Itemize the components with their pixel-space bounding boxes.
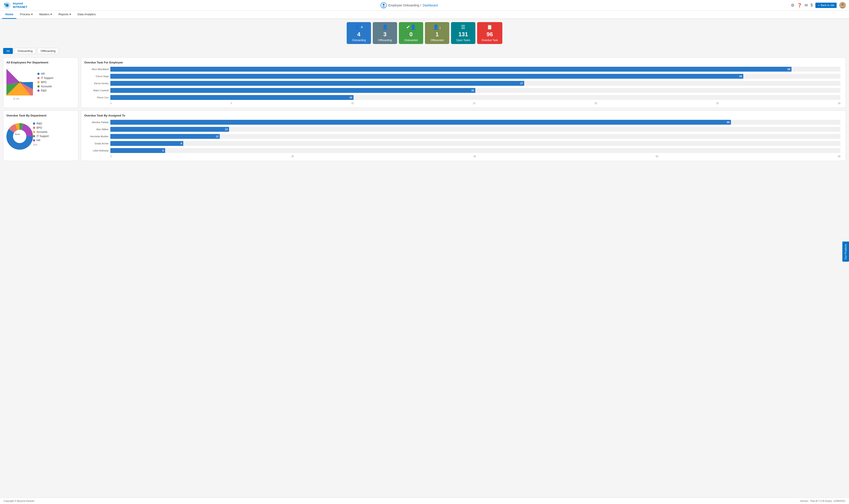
overdue-employee-chart-title: Overdue Task For Employee bbox=[84, 61, 843, 64]
onboarding-label: Onboarding bbox=[352, 39, 366, 42]
bar-row-alice: Alice Woodland 28 bbox=[87, 67, 841, 72]
bar-row-pierre: Pierre Cox 10 bbox=[87, 95, 841, 100]
dept-overdue-legend: R&D BPO Accounts IT Support bbox=[33, 122, 49, 142]
footer-copyright: Copyright © Beyond Intranet bbox=[3, 500, 34, 502]
footer-version: Version : Trial (8.7.4.9) Expiry: 13/08/… bbox=[800, 500, 846, 502]
dept-overdue-chart-card: Overdue Task By Department bbox=[3, 110, 78, 161]
pie-label-1: 25% bbox=[17, 81, 22, 84]
nav-analytics[interactable]: Data Analytics bbox=[74, 11, 99, 19]
logo-area: beyond INTRANET bbox=[3, 1, 28, 9]
onboarding-count: 4 bbox=[357, 31, 360, 38]
open-tasks-stat-icon: ☰ bbox=[461, 24, 465, 30]
legend-bpo: BPO bbox=[37, 81, 53, 84]
donut-pct-label: 59.4% bbox=[15, 133, 20, 135]
svg-point-18 bbox=[13, 130, 26, 143]
overdue-employee-bar-chart: Alice Woodland 28 Cierra Vega 26 Kierra … bbox=[84, 67, 843, 105]
footer: Copyright © Beyond Intranet Version : Tr… bbox=[0, 498, 849, 504]
open-tasks-count: 131 bbox=[458, 31, 468, 38]
side-products-wrapper: Our Products bbox=[842, 241, 849, 263]
main-content: All Employees Per Department bbox=[0, 56, 849, 498]
dept-overdue-pie-wrap: 59.4% R&D BPO Accou bbox=[6, 120, 75, 148]
legend-overdue-itsupport: IT Support bbox=[33, 134, 49, 138]
help-icon[interactable]: ❓ bbox=[797, 3, 802, 8]
top-header: beyond INTRANET Employee Onboarding / Da… bbox=[0, 0, 849, 11]
nav-masters[interactable]: Masters ▾ bbox=[36, 11, 55, 19]
avatar[interactable] bbox=[839, 2, 846, 8]
bar-row-henrietta: Henrietta Mueller 12 bbox=[87, 134, 841, 139]
dept-chart-title: All Employees Per Department bbox=[6, 61, 75, 64]
dept-pie-wrap: 25% HR IT Support BPO bbox=[6, 67, 75, 98]
dollar-icon[interactable]: $ bbox=[811, 3, 813, 7]
nav-bar: Home Process ▾ Masters ▾ Reports ▾ Data … bbox=[0, 11, 849, 19]
dept-legend: HR IT Support BPO Accounts bbox=[37, 72, 53, 92]
stat-onboarded[interactable]: ✔👤 0 Onboarded bbox=[399, 22, 423, 44]
bar-row-cierra: Cierra Vega 26 bbox=[87, 74, 841, 79]
dept-chart-card: All Employees Per Department bbox=[3, 57, 78, 108]
filter-onboarding[interactable]: Onboarding bbox=[14, 48, 36, 54]
legend-overdue-hr: HR bbox=[33, 139, 49, 142]
legend-overdue-accounts: Accounts bbox=[33, 130, 49, 133]
dept-overdue-pie-chart: 59.4% bbox=[6, 123, 29, 145]
onboarded-count: 0 bbox=[410, 31, 413, 38]
bar-row-grady: Grady Archie 8 bbox=[87, 141, 841, 146]
mail-icon[interactable]: ✉ bbox=[805, 3, 808, 8]
onboarded-label: Onboarded bbox=[404, 39, 418, 42]
nav-home[interactable]: Home bbox=[2, 11, 16, 19]
bar-row-jitendra: Jitendra Patidar 68 bbox=[87, 120, 841, 125]
legend-rd: R&D bbox=[37, 89, 53, 92]
overdue-task-stat-icon: 📋 bbox=[487, 24, 493, 30]
offboarded-stat-icon: 👤↓ bbox=[433, 24, 441, 30]
charts-row-2: Overdue Task By Department bbox=[3, 110, 846, 161]
nav-reports[interactable]: Reports ▾ bbox=[55, 11, 74, 19]
legend-overdue-rd: R&D bbox=[33, 122, 49, 125]
legend-accounts: Accounts bbox=[37, 85, 53, 88]
bar-row-lidia: Lidia Holloway 6 bbox=[87, 148, 841, 153]
logo-icon bbox=[3, 1, 11, 9]
legend-overdue-bpo: BPO bbox=[33, 126, 49, 129]
onboarded-stat-icon: ✔👤 bbox=[406, 24, 416, 30]
stat-onboarding[interactable]: 👤+ 4 Onboarding bbox=[347, 22, 371, 44]
bar-row-alex: Alex Wilber 13 bbox=[87, 127, 841, 132]
brand-name: beyond bbox=[13, 2, 28, 5]
donut-pct-label-2: 25% bbox=[33, 144, 49, 146]
offboarding-count: 3 bbox=[383, 31, 386, 38]
overdue-assigned-chart-title: Overdue Task By Assigned To bbox=[84, 114, 843, 117]
filter-offboarding[interactable]: Offboarding bbox=[37, 48, 59, 54]
page-title: Employee Onboarding / Dashboard bbox=[380, 2, 438, 8]
svg-point-2 bbox=[6, 4, 8, 6]
legend-hr: HR bbox=[37, 72, 53, 75]
top-right-actions: ⚙ ❓ ✉ $ ⤶ Back to site bbox=[791, 2, 846, 8]
charts-row-1: All Employees Per Department bbox=[3, 57, 846, 108]
settings-icon[interactable]: ⚙ bbox=[791, 3, 794, 8]
stat-overdue-task[interactable]: 📋 96 Overdue Task bbox=[477, 22, 502, 44]
stat-open-tasks[interactable]: ☰ 131 Open Tasks bbox=[451, 22, 475, 44]
offboarding-label: Offboarding bbox=[378, 39, 392, 42]
filter-bar: All Onboarding Offboarding bbox=[0, 46, 849, 56]
stat-offboarding[interactable]: 👤 3 Offboarding bbox=[373, 22, 397, 44]
svg-point-5 bbox=[383, 4, 384, 5]
onboarding-stat-icon: 👤+ bbox=[355, 24, 363, 30]
offboarding-stat-icon: 👤 bbox=[382, 24, 388, 30]
legend-itsupport: IT Support bbox=[37, 76, 53, 79]
pie-pct-label: 37.5% bbox=[13, 98, 75, 100]
bar-axis-employee: 051015202530 bbox=[110, 102, 841, 105]
our-products-button[interactable]: Our Products bbox=[842, 241, 849, 262]
open-tasks-label: Open Tasks bbox=[456, 39, 470, 42]
dashboard-link[interactable]: Dashboard bbox=[423, 3, 438, 7]
back-to-site-button[interactable]: ⤶ Back to site bbox=[815, 3, 837, 8]
filter-all[interactable]: All bbox=[3, 48, 13, 54]
svg-point-3 bbox=[4, 3, 6, 5]
bar-axis-assigned: 020406080 bbox=[110, 155, 841, 158]
overdue-task-count: 96 bbox=[487, 31, 493, 38]
offboarded-label: Offboarded bbox=[431, 39, 444, 42]
summary-cards: 👤+ 4 Onboarding 👤 3 Offboarding ✔👤 0 Onb… bbox=[0, 19, 849, 46]
header-title: Employee Onboarding / bbox=[389, 3, 421, 7]
brand-subtitle: INTRANET bbox=[13, 5, 28, 9]
svg-point-7 bbox=[842, 3, 844, 5]
stat-offboarded[interactable]: 👤↓ 1 Offboarded bbox=[425, 22, 449, 44]
nav-process[interactable]: Process ▾ bbox=[17, 11, 36, 19]
back-arrow-icon: ⤶ bbox=[818, 4, 820, 7]
offboarded-count: 1 bbox=[436, 31, 439, 38]
overdue-employee-chart-card: Overdue Task For Employee Alice Woodland… bbox=[81, 57, 846, 108]
onboarding-icon bbox=[380, 2, 387, 8]
